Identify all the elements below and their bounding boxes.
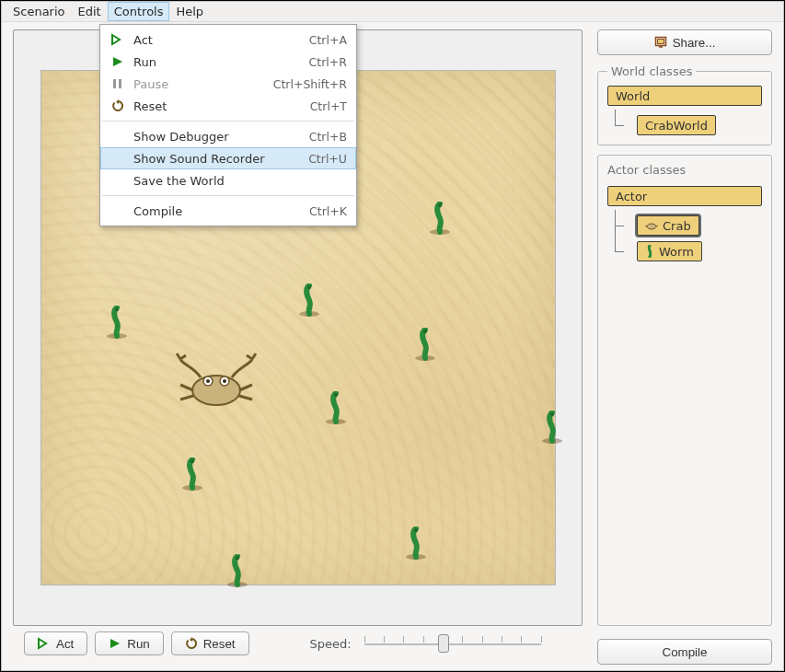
right-column: Share... World classes World CrabWo (592, 22, 783, 670)
svg-point-26 (223, 379, 226, 383)
client-chrome: Scenario Edit Controls Help Act Ctrl+A R… (1, 1, 784, 671)
menuitem-label: Show Debugger (133, 130, 302, 144)
right-bottom: Compile (597, 635, 772, 665)
class-label: Worm (659, 245, 694, 259)
step-icon (110, 33, 126, 46)
reset-button[interactable]: Reset (171, 631, 249, 655)
menuitem-accel: Ctrl+U (308, 152, 347, 166)
menuitem-label: Save the World (133, 174, 340, 188)
play-icon (110, 55, 126, 68)
menu-edit[interactable]: Edit (73, 3, 107, 20)
worm-actor[interactable] (106, 306, 128, 339)
worm-actor[interactable] (226, 554, 248, 587)
svg-point-15 (549, 412, 553, 416)
svg-rect-28 (657, 40, 664, 44)
play-icon (109, 637, 121, 650)
svg-point-9 (306, 285, 310, 289)
svg-point-19 (413, 528, 417, 532)
menuitem-accel: Ctrl+Shift+R (273, 77, 347, 91)
menuitem-label: Reset (133, 99, 303, 113)
slider-ticks (364, 636, 541, 651)
controlbar: Act Run Reset (13, 626, 583, 665)
menuitem-label: Compile (133, 204, 302, 218)
pause-icon (110, 77, 126, 90)
class-node-actor[interactable]: Actor (607, 186, 762, 206)
menuitem-label: Run (133, 55, 302, 69)
menuitem-accel: Ctrl+K (309, 204, 347, 218)
actor-classes-group: Actor classes Actor Crab (597, 155, 772, 626)
worm-actor[interactable] (181, 458, 203, 491)
menuitem-save-the-world[interactable]: Save the World (100, 169, 356, 191)
worm-actor[interactable] (429, 202, 451, 235)
class-label: Actor (616, 190, 647, 203)
svg-point-22 (192, 376, 240, 405)
svg-point-7 (114, 307, 118, 311)
menu-separator (102, 195, 354, 196)
svg-point-30 (647, 224, 656, 229)
class-node-crab[interactable]: Crab (637, 215, 699, 236)
share-button[interactable]: Share... (597, 29, 772, 55)
menuitem-run[interactable]: Run Ctrl+R (100, 51, 356, 73)
menuitem-accel: Ctrl+T (310, 99, 347, 113)
class-node-world[interactable]: World (607, 86, 762, 106)
group-legend: Actor classes (607, 163, 762, 177)
menuitem-label: Show Sound Recorder (133, 152, 301, 166)
crab-actor[interactable] (175, 352, 258, 411)
group-legend: World classes (607, 64, 696, 78)
worm-actor[interactable] (541, 411, 563, 444)
controls-menu-popup[interactable]: Act Ctrl+A Run Ctrl+R Pause Ctrl+Shift+R (99, 24, 357, 226)
reset-icon (185, 637, 198, 650)
worm-actor[interactable] (405, 527, 427, 560)
class-label: Crab (663, 219, 691, 233)
act-button[interactable]: Act (24, 631, 87, 655)
svg-point-11 (422, 330, 426, 333)
button-label: Act (56, 637, 74, 651)
menuitem-compile[interactable]: Compile Ctrl+K (100, 200, 356, 222)
crab-icon (645, 221, 658, 230)
worm-icon (645, 245, 654, 258)
app-window: Scenario Edit Controls Help Act Ctrl+A R… (0, 0, 785, 672)
run-button[interactable]: Run (95, 631, 163, 655)
button-label: Compile (663, 645, 708, 659)
svg-point-5 (437, 203, 441, 207)
world-classes-group: World classes World CrabWorld (597, 64, 772, 145)
button-label: Run (127, 637, 149, 651)
worm-actor[interactable] (414, 328, 436, 361)
menu-controls[interactable]: Controls (109, 3, 169, 20)
slider-knob[interactable] (438, 634, 449, 653)
compile-button[interactable]: Compile (597, 639, 772, 665)
worm-actor[interactable] (325, 391, 347, 424)
world-class-tree: World CrabWorld (607, 86, 762, 135)
menu-help[interactable]: Help (170, 3, 209, 20)
button-label: Share... (673, 36, 716, 50)
menuitem-show-sound-recorder[interactable]: Show Sound Recorder Ctrl+U (100, 147, 356, 169)
menuitem-accel: Ctrl+B (309, 130, 347, 144)
class-node-worm[interactable]: Worm (637, 241, 702, 261)
menubar: Scenario Edit Controls Help (2, 2, 783, 22)
svg-rect-0 (113, 79, 116, 88)
speed-control: Speed: (310, 632, 545, 655)
actor-class-tree: Actor Crab (607, 186, 762, 261)
menu-separator (102, 121, 354, 122)
step-icon (38, 637, 51, 650)
svg-rect-1 (119, 79, 121, 88)
speed-label: Speed: (310, 637, 352, 651)
menuitem-pause: Pause Ctrl+Shift+R (100, 73, 356, 95)
menuitem-accel: Ctrl+A (309, 33, 347, 47)
worm-actor[interactable] (298, 284, 320, 317)
menuitem-show-debugger[interactable]: Show Debugger Ctrl+B (100, 125, 356, 147)
button-label: Reset (203, 637, 236, 651)
class-label: CrabWorld (645, 119, 708, 133)
menu-scenario[interactable]: Scenario (7, 3, 71, 20)
menuitem-reset[interactable]: Reset Ctrl+T (100, 95, 356, 117)
svg-point-25 (206, 379, 210, 383)
svg-point-13 (333, 393, 337, 397)
menuitem-act[interactable]: Act Ctrl+A (100, 29, 356, 51)
speed-slider[interactable] (361, 632, 545, 655)
menuitem-accel: Ctrl+R (309, 55, 347, 69)
class-node-crabworld[interactable]: CrabWorld (637, 115, 716, 135)
svg-point-21 (235, 556, 238, 560)
svg-point-17 (190, 459, 193, 463)
menuitem-label: Pause (133, 77, 266, 91)
frame-icon (654, 36, 667, 49)
